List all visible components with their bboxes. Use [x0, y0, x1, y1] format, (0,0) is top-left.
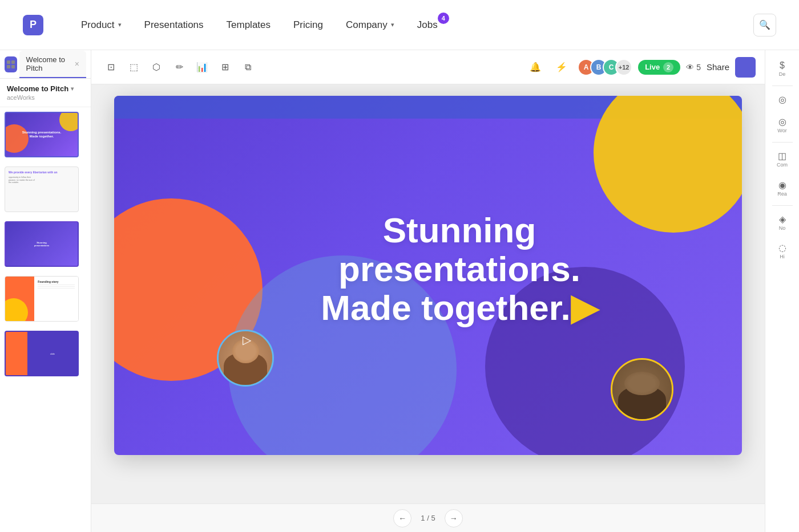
arrow-icon: ▶	[571, 289, 598, 328]
presentation-header: Welcome to Pitch ▾ aceWorks	[0, 79, 91, 107]
views-number: 5	[696, 63, 701, 72]
next-slide-button[interactable]: →	[445, 509, 463, 527]
slide-canvas-area: Stunning presentations. Made together.▶ …	[91, 84, 765, 503]
slide-panel: Welcome to Pitch × Welcome to Pitch ▾ ac…	[0, 50, 91, 532]
slide-thumb-2[interactable]: We provide every libertarian with an opp…	[0, 162, 91, 217]
thumb4-right: Founding story	[34, 277, 78, 321]
thumb1-text: Stunning presentations.Made together.	[9, 131, 74, 139]
history-label: Hi	[780, 254, 785, 260]
style-panel-item[interactable]: ◎	[770, 91, 795, 108]
workspace-panel-item[interactable]: ◎ Wor	[770, 113, 795, 137]
design-icon: $	[780, 60, 785, 71]
slide-canvas[interactable]: Stunning presentations. Made together.▶ …	[114, 96, 742, 455]
thumb3-text: Stunningpresentations	[34, 241, 49, 247]
logo[interactable]: P	[23, 15, 43, 35]
comments-panel-item[interactable]: ◫ Com	[770, 147, 795, 172]
prev-slide-button[interactable]: ←	[393, 509, 411, 527]
panel-divider-1	[772, 86, 793, 86]
chart-icon: 📊	[196, 62, 208, 72]
tab-label: Welcome to Pitch	[26, 55, 68, 72]
slide-thumb-inner-1: Stunning presentations.Made together.	[5, 112, 79, 157]
nav-templates[interactable]: Templates	[217, 15, 280, 35]
thumb2-title: We provide every libertarian with an	[9, 170, 75, 174]
slide-indicator: 1 / 5	[421, 514, 435, 522]
bell-button[interactable]: 🔔	[525, 57, 546, 78]
tab-welcome[interactable]: Welcome to Pitch ×	[19, 51, 86, 78]
editor-main: ⊡ ⬚ ⬡ ✏ 📊 ⊞ ⧉	[91, 50, 765, 532]
thumb3-bg: Stunningpresentations	[6, 222, 78, 266]
chart-tool-button[interactable]: 📊	[192, 57, 212, 78]
reactions-panel-item[interactable]: ◉ Rea	[770, 176, 795, 201]
thumb1-gold-circle	[59, 112, 79, 131]
image-icon: ⬚	[130, 62, 138, 72]
toolbar-left: ⊡ ⬚ ⬡ ✏ 📊 ⊞ ⧉	[100, 57, 258, 78]
nav-company[interactable]: Company ▾	[337, 15, 403, 35]
panel-divider-3	[772, 205, 793, 206]
top-navigation: P Product ▾ Presentations Templates Pric…	[0, 0, 799, 50]
design-label: De	[779, 72, 786, 78]
editor-container: Welcome to Pitch × Welcome to Pitch ▾ ac…	[0, 50, 799, 532]
user-button[interactable]	[735, 57, 756, 78]
lightning-icon: ⚡	[556, 62, 567, 72]
workspace-icon: ◎	[778, 116, 786, 127]
presentation-title: Welcome to Pitch	[7, 84, 68, 93]
workspace-label: aceWorks	[7, 94, 84, 101]
avatar-count: +12	[615, 59, 632, 76]
slide-user2-avatar	[611, 358, 673, 421]
share-button[interactable]: Share	[707, 62, 729, 72]
live-label: Live	[645, 63, 660, 71]
slide-thumb-inner-2: We provide every libertarian with an opp…	[5, 166, 79, 212]
notes-panel-item[interactable]: ◈ No	[770, 210, 795, 235]
toolbar-right: 🔔 ⚡ A B C +12 Live 2 👁 5	[525, 57, 756, 78]
bell-icon: 🔔	[530, 62, 541, 72]
next-icon: →	[450, 514, 458, 523]
table-tool-button[interactable]: ⊞	[215, 57, 235, 78]
workspace-label: Wor	[777, 128, 786, 134]
company-chevron-icon: ▾	[391, 21, 394, 29]
slide-main-text: Stunning presentations. Made together.▶	[302, 211, 616, 328]
shape-tool-button[interactable]: ⬡	[146, 57, 167, 78]
product-chevron-icon: ▾	[118, 21, 122, 29]
panel-divider-2	[772, 142, 793, 143]
embed-icon: ⧉	[245, 62, 251, 72]
text-tool-button[interactable]: ⊡	[100, 57, 121, 78]
live-badge[interactable]: Live 2	[638, 60, 680, 75]
search-button[interactable]: 🔍	[753, 14, 776, 36]
slide-thumb-1[interactable]: Stunning presentations.Made together.	[0, 107, 91, 162]
app-icon	[5, 56, 17, 72]
slide-thumb-4[interactable]: Founding story	[0, 271, 91, 326]
lightning-button[interactable]: ⚡	[551, 57, 572, 78]
thumb2-content: We provide every libertarian with an opp…	[9, 170, 75, 208]
thumb5-text: slide	[50, 352, 55, 355]
nav-presentations[interactable]: Presentations	[135, 15, 213, 35]
thumb4-line2	[38, 286, 75, 287]
slide-text-line1: Stunning presentations.	[302, 211, 616, 289]
prev-icon: ←	[398, 514, 406, 523]
slide-thumb-3[interactable]: Stunningpresentations	[0, 217, 91, 271]
presentation-title-row[interactable]: Welcome to Pitch ▾	[7, 84, 84, 93]
design-panel-item[interactable]: $ De	[770, 57, 795, 81]
thumb4-title: Founding story	[38, 280, 75, 283]
image-tool-button[interactable]: ⬚	[123, 57, 144, 78]
thumb2-body: opportunity to follow theirpassion, no m…	[9, 176, 75, 184]
thumb5-content: slide	[6, 332, 78, 375]
cursor-arrow: ▷	[243, 333, 251, 347]
nav-jobs[interactable]: Jobs 4	[408, 15, 447, 35]
tab-bar: Welcome to Pitch ×	[0, 50, 91, 79]
view-count: 👁 5	[686, 63, 701, 72]
draw-icon: ✏	[176, 62, 183, 72]
history-panel-item[interactable]: ◌ Hi	[770, 239, 795, 263]
text-icon: ⊡	[107, 62, 115, 72]
tab-close-button[interactable]: ×	[75, 59, 79, 68]
presentation-chevron-icon: ▾	[71, 86, 74, 92]
nav-product[interactable]: Product ▾	[72, 15, 131, 35]
user2-face	[612, 360, 672, 419]
slide-thumb-5[interactable]: slide	[0, 326, 91, 381]
nav-pricing[interactable]: Pricing	[284, 15, 332, 35]
reactions-icon: ◉	[778, 180, 786, 190]
embed-tool-button[interactable]: ⧉	[237, 57, 258, 78]
editor-toolbar: ⊡ ⬚ ⬡ ✏ 📊 ⊞ ⧉	[91, 50, 765, 84]
jobs-badge: 4	[438, 13, 449, 24]
history-icon: ◌	[778, 242, 786, 253]
draw-tool-button[interactable]: ✏	[169, 57, 189, 78]
